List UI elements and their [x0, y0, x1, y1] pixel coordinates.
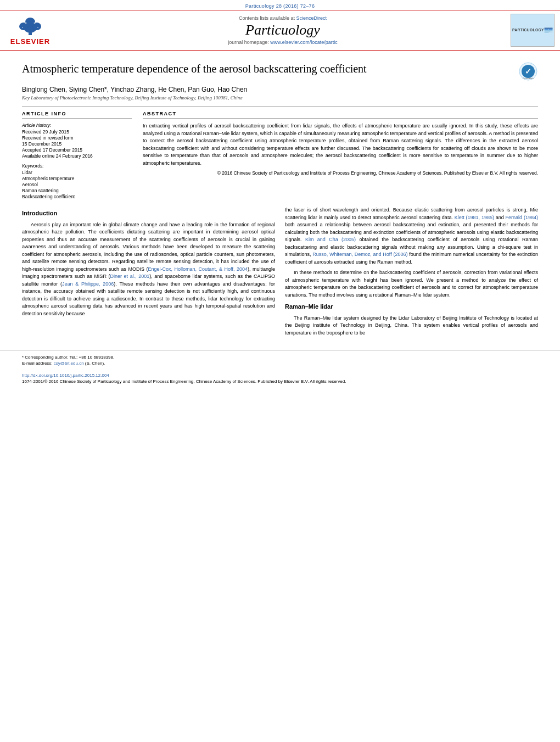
homepage-label: journal homepage: — [228, 40, 269, 45]
corresponding-author: * Corresponding author. Tel.: +86 10 689… — [22, 355, 538, 360]
elsevier-tree-icon — [14, 15, 47, 36]
doi-link[interactable]: http://dx.doi.org/10.1016/j.partic.2015.… — [22, 373, 109, 378]
article-title-section: Atmospheric temperature dependence of th… — [22, 62, 538, 81]
intro-para-2: the laser is of short wavelength and ori… — [285, 207, 538, 266]
info-divider — [22, 119, 132, 119]
affiliation: Key Laboratory of Photoelectronic Imagin… — [22, 95, 538, 101]
svg-rect-13 — [544, 30, 552, 31]
abstract-copyright: © 2016 Chinese Society of Particuology a… — [143, 170, 538, 176]
abstract-text: In extracting vertical profiles of aeros… — [143, 122, 538, 167]
journal-vol-text: Particuology 28 (2016) 72–76 — [245, 3, 315, 9]
keywords-label: Keywords: — [22, 163, 132, 169]
svg-rect-15 — [544, 32, 552, 32]
ref-diner[interactable]: Diner et al., 2001 — [110, 274, 149, 279]
raman-para-1: The Raman–Mie lidar system designed by t… — [285, 315, 538, 337]
revised-label: Received in revised form — [22, 135, 132, 141]
email-suffix: (S. Chen). — [85, 361, 105, 366]
svg-point-7 — [22, 27, 23, 28]
keyword-2: Atmospheric temperature — [22, 176, 132, 181]
ref-engel-cox[interactable]: Engel-Cox, Holloman, Coutant, & Hoff, 20… — [148, 266, 248, 272]
body-col-left: Introduction Aerosols play an important … — [22, 207, 275, 340]
ref-kim[interactable]: Kim and Cha (2005) — [305, 237, 356, 242]
svg-point-4 — [25, 18, 35, 26]
article-info-abstract: ARTICLE INFO Article history: Received 2… — [22, 111, 538, 200]
keyword-1: Lidar — [22, 170, 132, 175]
svg-rect-10 — [544, 27, 552, 29]
abstract-heading: ABSTRACT — [143, 111, 538, 116]
svg-point-8 — [37, 27, 38, 28]
article-info-heading: ARTICLE INFO — [22, 111, 132, 116]
svg-rect-16 — [544, 32, 548, 33]
intro-para-3: In these methods to determine on the bac… — [285, 269, 538, 299]
journal-volume: Particuology 28 (2016) 72–76 — [0, 0, 560, 10]
svg-text:CrossMark: CrossMark — [523, 77, 533, 80]
history-label: Article history: — [22, 122, 132, 128]
divider-1 — [22, 106, 538, 107]
journal-title: Particuology — [60, 22, 505, 38]
revised-date: 15 December 2015 — [22, 141, 132, 147]
contents-available: Contents lists available at ScienceDirec… — [60, 15, 505, 21]
header-bar: ELSEVIER Contents lists available at Sci… — [0, 10, 560, 51]
header-center: Contents lists available at ScienceDirec… — [60, 15, 505, 45]
body-columns: Introduction Aerosols play an important … — [22, 207, 538, 340]
doi-line: http://dx.doi.org/10.1016/j.partic.2015.… — [22, 373, 538, 378]
journal-homepage: journal homepage: www.elsevier.com/locat… — [60, 40, 505, 45]
main-content: Atmospheric temperature dependence of th… — [0, 51, 560, 345]
particuology-journal-image — [544, 20, 553, 41]
abstract-divider — [143, 119, 538, 119]
raman-heading: Raman–Mie lidar — [285, 302, 538, 311]
footer-copyright: 1674-2001/© 2016 Chinese Society of Part… — [22, 379, 538, 384]
svg-point-6 — [34, 22, 36, 24]
authors: Binglong Chen, Siying Chen*, Yinchao Zha… — [22, 86, 538, 93]
and-connector: and — [496, 215, 504, 220]
available-date: Available online 24 February 2016 — [22, 153, 132, 159]
keyword-5: Backscattering coefficient — [22, 194, 132, 199]
email-address[interactable]: csy@bit.edu.cn — [54, 361, 84, 366]
contents-text: Contents lists available at — [239, 15, 295, 21]
ref-russo[interactable]: Russo, Whiteman, Demoz, and Hoff (2006) — [312, 252, 407, 257]
sciencedirect-link[interactable]: ScienceDirect — [296, 15, 327, 21]
footnote-area: * Corresponding author. Tel.: +86 10 689… — [0, 350, 560, 389]
svg-point-5 — [25, 22, 27, 24]
page: Particuology 28 (2016) 72–76 ELSEVIER — [0, 0, 560, 742]
keyword-4: Raman scattering — [22, 188, 132, 193]
abstract-section: ABSTRACT In extracting vertical profiles… — [143, 111, 538, 200]
keyword-3: Aerosol — [22, 182, 132, 187]
received-date: Received 29 July 2015 — [22, 129, 132, 135]
ref-fernald[interactable]: Fernald (1984) — [506, 215, 538, 220]
email-line: E-mail address: csy@bit.edu.cn (S. Chen)… — [22, 361, 538, 366]
intro-heading: Introduction — [22, 209, 275, 218]
particuology-logo: PARTICUOLOGY — [511, 14, 555, 47]
article-info-col: ARTICLE INFO Article history: Received 2… — [22, 111, 132, 200]
ref-jean[interactable]: Jean & Philippe, 2006 — [62, 281, 114, 287]
elsevier-brand: ELSEVIER — [10, 37, 50, 46]
body-col-right: the laser is of short wavelength and ori… — [285, 207, 538, 340]
svg-rect-14 — [544, 31, 550, 31]
accepted-date: Accepted 17 December 2015 — [22, 147, 132, 153]
email-label: E-mail address: — [22, 361, 53, 366]
svg-text:✓: ✓ — [525, 68, 531, 76]
homepage-link[interactable]: www.elsevier.com/locate/partic — [270, 40, 338, 45]
intro-para-1: Aerosols play an important role in globa… — [22, 221, 275, 318]
crossmark-icon: ✓ CrossMark — [518, 62, 538, 81]
svg-rect-12 — [548, 29, 553, 30]
keywords-section: Keywords: Lidar Atmospheric temperature … — [22, 163, 132, 199]
authors-text: Binglong Chen, Siying Chen*, Yinchao Zha… — [22, 86, 247, 93]
svg-rect-11 — [544, 29, 548, 30]
ref-klett[interactable]: Klett (1981, 1985) — [455, 215, 494, 220]
elsevier-logo: ELSEVIER — [5, 14, 55, 47]
article-title: Atmospheric temperature dependence of th… — [22, 62, 513, 76]
